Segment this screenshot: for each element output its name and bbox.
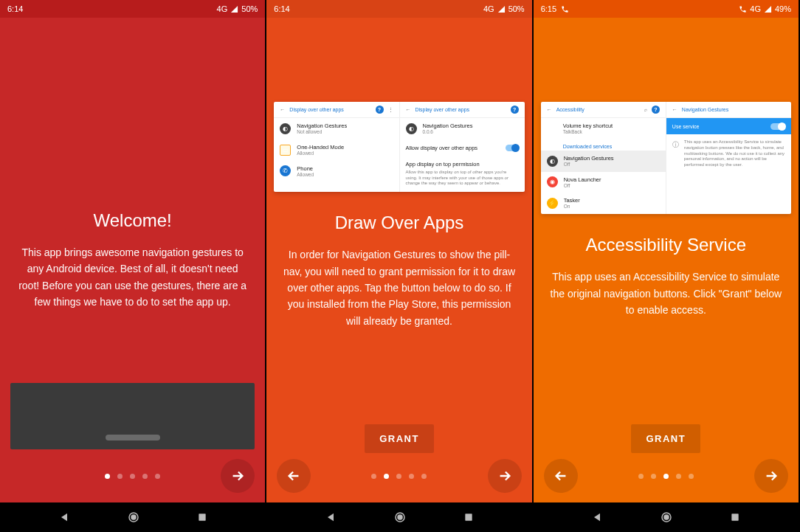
embed-title: Accessibility bbox=[556, 107, 585, 112]
embed-header-left: ← Accessibility ⌕ ? bbox=[541, 102, 666, 118]
arrow-left-icon bbox=[553, 468, 569, 484]
onboarding-screen-2: 6:14 4G 50% ← Display over other apps ? … bbox=[266, 0, 533, 532]
nav-recents-button[interactable] bbox=[730, 512, 740, 522]
nav-recents-button[interactable] bbox=[463, 512, 474, 522]
pill-demo bbox=[10, 383, 255, 449]
nav-home-button[interactable] bbox=[127, 511, 140, 524]
nav-home-button[interactable] bbox=[393, 511, 407, 524]
app-icon: ▭ bbox=[280, 145, 291, 156]
back-button[interactable] bbox=[544, 459, 578, 493]
dot-1[interactable] bbox=[384, 474, 389, 479]
embed-header-right: ← Navigation Gestures bbox=[666, 102, 791, 118]
embed-title: Display over other apps bbox=[289, 107, 344, 112]
android-nav-bar bbox=[266, 502, 531, 532]
help-icon: ? bbox=[511, 106, 519, 114]
app-icon: ✆ bbox=[280, 165, 291, 176]
use-service-row: Use service bbox=[666, 118, 791, 134]
status-bar: 6:14 4G 50% bbox=[0, 0, 265, 18]
signal-icon bbox=[764, 5, 772, 13]
battery-pct: 50% bbox=[241, 4, 258, 13]
list-item: ◉ Nova LauncherOff bbox=[541, 172, 666, 193]
arrow-right-icon bbox=[230, 468, 246, 484]
android-nav-bar bbox=[0, 502, 265, 532]
back-icon: ← bbox=[672, 107, 677, 112]
app-row: ◐ Navigation Gestures0.0.6 bbox=[400, 118, 525, 139]
nav-back-button[interactable] bbox=[58, 511, 70, 523]
help-icon: ? bbox=[652, 106, 660, 114]
dot-3[interactable] bbox=[409, 474, 414, 479]
svg-rect-2 bbox=[199, 514, 205, 520]
status-bar: 6:15 4G 49% bbox=[534, 0, 799, 18]
embed-title: Navigation Gestures bbox=[682, 107, 728, 112]
onboarding-footer bbox=[534, 449, 799, 502]
list-item: ⚡ TaskerOn bbox=[541, 193, 666, 214]
dot-1[interactable] bbox=[117, 474, 123, 479]
dot-3[interactable] bbox=[676, 474, 681, 479]
network-type: 4G bbox=[483, 4, 494, 13]
dot-4[interactable] bbox=[421, 474, 427, 479]
page-body: This app brings awesome navigation gestu… bbox=[16, 244, 249, 311]
dot-4[interactable] bbox=[155, 474, 160, 479]
permission-screenshot: ← Display over other apps ? ⋮ ◐ Navigati… bbox=[274, 102, 524, 192]
service-description: ⓘ This app uses an Accessibility Service… bbox=[666, 134, 791, 173]
call-icon bbox=[561, 5, 569, 13]
dot-4[interactable] bbox=[689, 474, 694, 479]
page-title: Draw Over Apps bbox=[283, 213, 515, 233]
app-icon: ⚡ bbox=[547, 198, 558, 209]
dot-3[interactable] bbox=[142, 474, 148, 479]
onboarding-screen-1: 6:14 4G 50% Welcome! This app brings awe… bbox=[0, 0, 266, 532]
battery-pct: 50% bbox=[508, 4, 525, 13]
nav-recents-button[interactable] bbox=[197, 512, 207, 522]
next-button[interactable] bbox=[754, 459, 788, 493]
nav-back-button[interactable] bbox=[591, 511, 603, 523]
list-item: ◐ Navigation GesturesNot allowed bbox=[274, 118, 399, 139]
search-icon: ⌕ bbox=[644, 107, 647, 112]
network-type: 4G bbox=[217, 4, 228, 13]
next-button[interactable] bbox=[221, 459, 255, 493]
dot-1[interactable] bbox=[651, 474, 656, 479]
onboarding-screen-3: 6:15 4G 49% ← Accessibility ⌕ bbox=[534, 0, 800, 532]
toggle-label: Allow display over other apps bbox=[406, 145, 478, 151]
android-nav-bar bbox=[534, 502, 799, 532]
page-indicator bbox=[371, 474, 427, 479]
toggle-switch bbox=[506, 145, 519, 151]
dot-0[interactable] bbox=[105, 474, 110, 479]
list-item: ▭ One-Handed ModeAllowed bbox=[274, 139, 399, 161]
overlay-toggle-row: Allow display over other apps bbox=[400, 139, 525, 156]
back-button[interactable] bbox=[277, 459, 311, 493]
arrow-right-icon bbox=[497, 468, 513, 484]
help-icon: ? bbox=[376, 106, 384, 114]
status-time: 6:14 bbox=[7, 4, 23, 13]
signal-icon bbox=[230, 5, 238, 13]
battery-pct: 49% bbox=[775, 4, 791, 13]
svg-rect-8 bbox=[732, 514, 739, 520]
next-button[interactable] bbox=[488, 459, 522, 493]
embed-title: Display over other apps bbox=[415, 107, 470, 112]
page-indicator bbox=[105, 474, 160, 479]
dot-2[interactable] bbox=[396, 474, 401, 479]
nav-back-button[interactable] bbox=[325, 511, 337, 523]
dot-0[interactable] bbox=[371, 474, 376, 479]
more-icon: ⋮ bbox=[388, 107, 393, 113]
embed-header-right: ← Display over other apps ? bbox=[400, 102, 525, 118]
onboarding-footer bbox=[0, 449, 265, 502]
permission-desc: Allow this app to display on top of othe… bbox=[400, 167, 525, 192]
app-icon: ◉ bbox=[547, 176, 558, 187]
dot-0[interactable] bbox=[638, 474, 644, 479]
page-body: In order for Navigation Gestures to show… bbox=[283, 246, 515, 329]
status-time: 6:14 bbox=[274, 4, 289, 13]
app-icon: ◐ bbox=[547, 156, 558, 167]
arrow-left-icon bbox=[286, 468, 302, 484]
nav-home-button[interactable] bbox=[660, 511, 673, 524]
dot-2[interactable] bbox=[663, 474, 669, 479]
page-title: Accessibility Service bbox=[550, 235, 782, 255]
dot-2[interactable] bbox=[130, 474, 135, 479]
list-item-selected: ◐ Navigation GesturesOff bbox=[541, 151, 666, 172]
app-icon: ◐ bbox=[280, 123, 291, 134]
accessibility-screenshot: ← Accessibility ⌕ ? Volume key shortcutT… bbox=[541, 102, 791, 214]
toggle-switch bbox=[770, 123, 785, 130]
list-item: ✆ PhoneAllowed bbox=[274, 161, 399, 182]
embed-header-left: ← Display over other apps ? ⋮ bbox=[274, 102, 399, 118]
network-type: 4G bbox=[750, 4, 761, 13]
nav-pill[interactable] bbox=[106, 435, 160, 441]
